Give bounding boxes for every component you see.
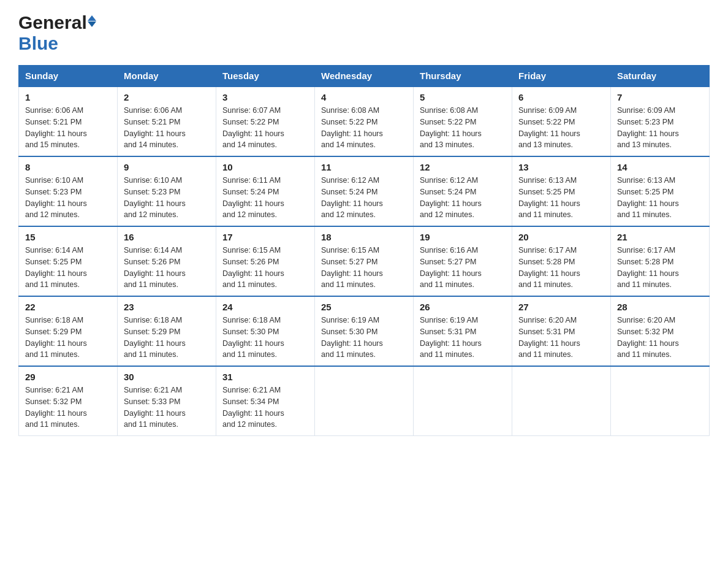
calendar-cell: 20Sunrise: 6:17 AMSunset: 5:28 PMDayligh…: [512, 226, 611, 296]
calendar-cell: 17Sunrise: 6:15 AMSunset: 5:26 PMDayligh…: [216, 226, 315, 296]
day-number: 19: [420, 232, 506, 242]
calendar-cell: 28Sunrise: 6:20 AMSunset: 5:32 PMDayligh…: [611, 296, 710, 366]
header-day-friday: Friday: [512, 66, 611, 87]
day-number: 8: [25, 162, 111, 172]
calendar-header: SundayMondayTuesdayWednesdayThursdayFrid…: [19, 66, 710, 87]
day-number: 15: [25, 232, 111, 242]
day-info: Sunrise: 6:11 AMSunset: 5:24 PMDaylight:…: [222, 175, 308, 221]
day-number: 29: [25, 372, 111, 382]
day-number: 1: [25, 92, 111, 102]
day-info: Sunrise: 6:14 AMSunset: 5:26 PMDaylight:…: [124, 245, 210, 291]
logo-blue-text: Blue: [18, 33, 58, 54]
day-number: 31: [222, 372, 308, 382]
day-number: 4: [321, 92, 407, 102]
day-number: 14: [617, 162, 703, 172]
day-info: Sunrise: 6:13 AMSunset: 5:25 PMDaylight:…: [518, 175, 604, 221]
calendar-cell: 24Sunrise: 6:18 AMSunset: 5:30 PMDayligh…: [216, 296, 315, 366]
calendar-cell: 9Sunrise: 6:10 AMSunset: 5:23 PMDaylight…: [118, 156, 216, 226]
day-number: 30: [124, 372, 210, 382]
day-info: Sunrise: 6:18 AMSunset: 5:30 PMDaylight:…: [222, 315, 308, 361]
header-day-wednesday: Wednesday: [315, 66, 414, 87]
day-info: Sunrise: 6:09 AMSunset: 5:22 PMDaylight:…: [518, 105, 604, 151]
day-info: Sunrise: 6:10 AMSunset: 5:23 PMDaylight:…: [25, 175, 111, 221]
calendar-cell: 3Sunrise: 6:07 AMSunset: 5:22 PMDaylight…: [216, 86, 315, 156]
day-info: Sunrise: 6:14 AMSunset: 5:25 PMDaylight:…: [25, 245, 111, 291]
day-info: Sunrise: 6:06 AMSunset: 5:21 PMDaylight:…: [25, 105, 111, 151]
day-number: 11: [321, 162, 407, 172]
calendar-cell: 26Sunrise: 6:19 AMSunset: 5:31 PMDayligh…: [414, 296, 512, 366]
page-header: General Blue: [18, 12, 710, 54]
day-number: 23: [124, 302, 210, 312]
day-number: 16: [124, 232, 210, 242]
calendar-cell: 14Sunrise: 6:13 AMSunset: 5:25 PMDayligh…: [611, 156, 710, 226]
day-info: Sunrise: 6:20 AMSunset: 5:31 PMDaylight:…: [518, 315, 604, 361]
day-number: 18: [321, 232, 407, 242]
header-day-tuesday: Tuesday: [216, 66, 315, 87]
day-number: 21: [617, 232, 703, 242]
week-row-2: 8Sunrise: 6:10 AMSunset: 5:23 PMDaylight…: [19, 156, 710, 226]
calendar-cell: 13Sunrise: 6:13 AMSunset: 5:25 PMDayligh…: [512, 156, 611, 226]
day-number: 9: [124, 162, 210, 172]
calendar-cell: 8Sunrise: 6:10 AMSunset: 5:23 PMDaylight…: [19, 156, 118, 226]
day-number: 27: [518, 302, 604, 312]
calendar-cell: [414, 366, 512, 436]
logo-general-text: General: [18, 12, 87, 33]
day-number: 7: [617, 92, 703, 102]
day-number: 17: [222, 232, 308, 242]
day-info: Sunrise: 6:19 AMSunset: 5:30 PMDaylight:…: [321, 315, 407, 361]
calendar-cell: [315, 366, 414, 436]
day-number: 6: [518, 92, 604, 102]
day-info: Sunrise: 6:08 AMSunset: 5:22 PMDaylight:…: [321, 105, 407, 151]
day-number: 12: [420, 162, 506, 172]
day-number: 25: [321, 302, 407, 312]
day-number: 10: [222, 162, 308, 172]
calendar-cell: 10Sunrise: 6:11 AMSunset: 5:24 PMDayligh…: [216, 156, 315, 226]
calendar-table: SundayMondayTuesdayWednesdayThursdayFrid…: [18, 65, 710, 436]
week-row-3: 15Sunrise: 6:14 AMSunset: 5:25 PMDayligh…: [19, 226, 710, 296]
day-number: 3: [222, 92, 308, 102]
calendar-cell: 30Sunrise: 6:21 AMSunset: 5:33 PMDayligh…: [118, 366, 216, 436]
day-info: Sunrise: 6:16 AMSunset: 5:27 PMDaylight:…: [420, 245, 506, 291]
calendar-cell: 5Sunrise: 6:08 AMSunset: 5:22 PMDaylight…: [414, 86, 512, 156]
logo: General Blue: [18, 12, 96, 54]
day-info: Sunrise: 6:06 AMSunset: 5:21 PMDaylight:…: [124, 105, 210, 151]
day-info: Sunrise: 6:18 AMSunset: 5:29 PMDaylight:…: [25, 315, 111, 361]
calendar-cell: 23Sunrise: 6:18 AMSunset: 5:29 PMDayligh…: [118, 296, 216, 366]
calendar-cell: 29Sunrise: 6:21 AMSunset: 5:32 PMDayligh…: [19, 366, 118, 436]
calendar-cell: 7Sunrise: 6:09 AMSunset: 5:23 PMDaylight…: [611, 86, 710, 156]
week-row-4: 22Sunrise: 6:18 AMSunset: 5:29 PMDayligh…: [19, 296, 710, 366]
day-info: Sunrise: 6:21 AMSunset: 5:34 PMDaylight:…: [222, 385, 308, 431]
day-info: Sunrise: 6:10 AMSunset: 5:23 PMDaylight:…: [124, 175, 210, 221]
day-info: Sunrise: 6:19 AMSunset: 5:31 PMDaylight:…: [420, 315, 506, 361]
day-info: Sunrise: 6:17 AMSunset: 5:28 PMDaylight:…: [617, 245, 703, 291]
header-row: SundayMondayTuesdayWednesdayThursdayFrid…: [19, 66, 710, 87]
day-info: Sunrise: 6:17 AMSunset: 5:28 PMDaylight:…: [518, 245, 604, 291]
calendar-cell: 16Sunrise: 6:14 AMSunset: 5:26 PMDayligh…: [118, 226, 216, 296]
calendar-cell: 2Sunrise: 6:06 AMSunset: 5:21 PMDaylight…: [118, 86, 216, 156]
calendar-cell: [512, 366, 611, 436]
week-row-5: 29Sunrise: 6:21 AMSunset: 5:32 PMDayligh…: [19, 366, 710, 436]
day-info: Sunrise: 6:13 AMSunset: 5:25 PMDaylight:…: [617, 175, 703, 221]
day-info: Sunrise: 6:15 AMSunset: 5:27 PMDaylight:…: [321, 245, 407, 291]
day-info: Sunrise: 6:15 AMSunset: 5:26 PMDaylight:…: [222, 245, 308, 291]
header-day-monday: Monday: [118, 66, 216, 87]
calendar-cell: 27Sunrise: 6:20 AMSunset: 5:31 PMDayligh…: [512, 296, 611, 366]
day-info: Sunrise: 6:21 AMSunset: 5:33 PMDaylight:…: [124, 385, 210, 431]
day-info: Sunrise: 6:18 AMSunset: 5:29 PMDaylight:…: [124, 315, 210, 361]
day-info: Sunrise: 6:07 AMSunset: 5:22 PMDaylight:…: [222, 105, 308, 151]
day-number: 26: [420, 302, 506, 312]
calendar-cell: 15Sunrise: 6:14 AMSunset: 5:25 PMDayligh…: [19, 226, 118, 296]
day-number: 24: [222, 302, 308, 312]
week-row-1: 1Sunrise: 6:06 AMSunset: 5:21 PMDaylight…: [19, 86, 710, 156]
day-number: 2: [124, 92, 210, 102]
day-info: Sunrise: 6:21 AMSunset: 5:32 PMDaylight:…: [25, 385, 111, 431]
calendar-cell: 6Sunrise: 6:09 AMSunset: 5:22 PMDaylight…: [512, 86, 611, 156]
calendar-cell: 18Sunrise: 6:15 AMSunset: 5:27 PMDayligh…: [315, 226, 414, 296]
calendar-cell: 21Sunrise: 6:17 AMSunset: 5:28 PMDayligh…: [611, 226, 710, 296]
header-day-thursday: Thursday: [414, 66, 512, 87]
calendar-cell: 31Sunrise: 6:21 AMSunset: 5:34 PMDayligh…: [216, 366, 315, 436]
day-info: Sunrise: 6:12 AMSunset: 5:24 PMDaylight:…: [420, 175, 506, 221]
calendar-cell: 19Sunrise: 6:16 AMSunset: 5:27 PMDayligh…: [414, 226, 512, 296]
day-number: 13: [518, 162, 604, 172]
day-number: 22: [25, 302, 111, 312]
